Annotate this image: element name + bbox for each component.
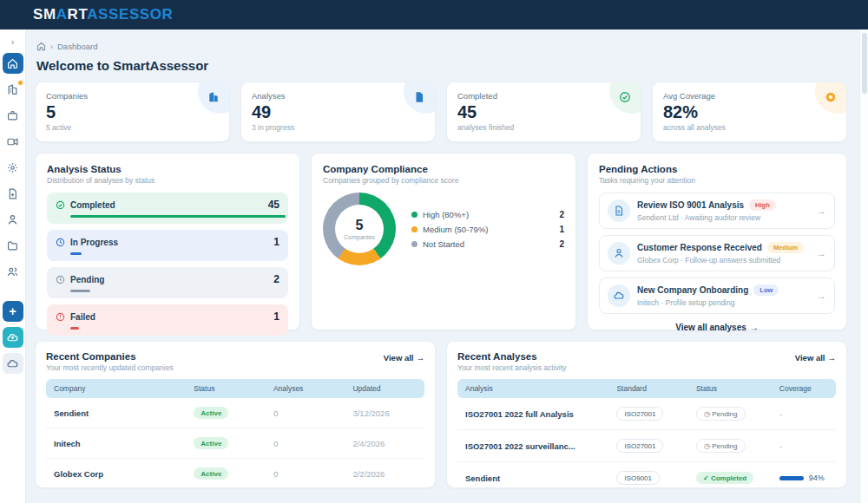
view-all-analyses-link[interactable]: View all→: [795, 353, 836, 363]
legend-label: Not Started: [423, 239, 554, 249]
panel-subtitle: Distribution of analyses by status: [47, 176, 288, 185]
scrollbar[interactable]: [859, 29, 868, 503]
analyses-count: 0: [266, 428, 345, 459]
column-header[interactable]: Company: [46, 379, 186, 398]
stat-card-completed[interactable]: Completed 45 analyses finished: [446, 82, 641, 142]
column-header[interactable]: Analysis: [457, 379, 608, 398]
sidebar-item-profile[interactable]: [3, 209, 23, 230]
status-label: Completed: [70, 200, 263, 210]
recent-analyses-card: Recent Analyses Your most recent analysi…: [446, 341, 847, 488]
cloud-upload-button[interactable]: [3, 327, 23, 348]
legend-item-medium: Medium (50-79%) 1: [411, 225, 564, 234]
app-logo: SMARTASSESSOR: [33, 6, 173, 23]
updated-date: 2/4/2026: [345, 428, 424, 459]
status-count: 45: [268, 199, 279, 211]
column-header[interactable]: Status: [688, 379, 772, 398]
stat-label: Avg Coverage: [663, 91, 836, 101]
link-label: View all: [384, 353, 414, 363]
add-new-button[interactable]: +: [3, 301, 23, 322]
arrow-right-icon: →: [817, 206, 826, 216]
legend-value: 2: [559, 239, 564, 249]
sidebar-item-files[interactable]: [3, 235, 23, 256]
status-label: Pending: [712, 442, 737, 450]
panel-subtitle: Your most recent analysis activity: [457, 363, 566, 372]
sidebar-item-briefcase[interactable]: [3, 105, 23, 126]
table-row[interactable]: Sendient Active 0 3/12/2026: [46, 398, 424, 428]
view-all-companies-link[interactable]: View all→: [384, 353, 424, 363]
sidebar-item-settings[interactable]: [3, 157, 23, 178]
column-header[interactable]: Coverage: [772, 379, 836, 398]
analysis-name: ISO27001 2022 full Analysis: [457, 398, 608, 430]
panel-subtitle: Your most recently updated companies: [46, 363, 174, 372]
status-row-pending[interactable]: Pending 2: [47, 267, 288, 298]
column-header[interactable]: Standard: [608, 379, 688, 398]
arrow-right-icon: →: [828, 353, 837, 363]
sidebar-collapse-toggle[interactable]: ›: [11, 35, 15, 50]
donut-center-value: 5: [356, 219, 364, 232]
top-header-bar: SMARTASSESSOR: [0, 0, 868, 29]
home-icon[interactable]: [36, 42, 46, 51]
action-subtitle: Sendient Ltd · Awaiting auditor review: [637, 213, 810, 222]
status-row-failed[interactable]: Failed 1: [47, 304, 288, 336]
updated-date: 3/12/2026: [345, 398, 424, 428]
sidebar-item-companies[interactable]: [3, 79, 23, 100]
coverage-value: 94%: [809, 474, 825, 482]
document-icon: [7, 188, 18, 199]
panel-title: Recent Analyses: [457, 351, 566, 362]
stat-value: 45: [457, 102, 630, 121]
action-title: Review ISO 9001 Analysis: [637, 200, 744, 210]
sidebar-item-documents[interactable]: [3, 183, 23, 204]
legend-dot-green: [411, 212, 418, 218]
pending-action-item[interactable]: New Company Onboarding Low Initech · Pro…: [599, 278, 835, 314]
table-row[interactable]: Initech Active 0 2/4/2026: [46, 428, 424, 459]
cloud-export-button[interactable]: [3, 353, 23, 374]
legend-item-not-started: Not Started 2: [411, 239, 564, 249]
status-row-completed[interactable]: Completed 45: [47, 193, 288, 224]
panel-subtitle: Companies grouped by compliance score: [323, 176, 564, 185]
column-header[interactable]: Status: [186, 379, 266, 398]
priority-badge: Low: [753, 284, 779, 296]
stat-card-avg-coverage[interactable]: Avg Coverage 82% across all analyses: [652, 82, 847, 142]
analysis-status-panel: Analysis Status Distribution of analyses…: [35, 153, 300, 330]
legend-value: 2: [559, 210, 564, 219]
table-row[interactable]: Sendient ISO9001 ✓ Completed 94%: [457, 462, 836, 489]
status-count: 1: [273, 310, 279, 323]
company-name: Globex Corp: [46, 459, 186, 489]
link-label: View all analyses: [675, 323, 746, 332]
stat-card-companies[interactable]: Companies 5 5 active: [35, 82, 230, 142]
recent-companies-table: Company Status Analyses Updated Sendient…: [46, 379, 424, 488]
panel-title: Company Compliance: [323, 164, 564, 174]
table-row[interactable]: ISO27001 2022 full Analysis ISO27001 ◷ P…: [457, 398, 836, 430]
sidebar-item-home[interactable]: [3, 53, 23, 74]
folder-icon: [7, 240, 18, 252]
breadcrumb-page[interactable]: Dashboard: [57, 42, 97, 51]
sidebar-item-team[interactable]: [3, 261, 23, 282]
scrollbar-thumb[interactable]: [862, 33, 867, 94]
column-header[interactable]: Updated: [345, 379, 424, 398]
stat-card-analyses[interactable]: Analyses 49 3 in progress: [240, 82, 436, 142]
status-progress-bar: [70, 252, 82, 255]
pending-action-item[interactable]: Review ISO 9001 Analysis High Sendient L…: [599, 193, 835, 229]
bottom-row: Recent Companies Your most recently upda…: [35, 341, 847, 488]
briefcase-icon: [7, 110, 18, 121]
status-progress-bar: [70, 215, 286, 218]
action-title: Customer Response Received: [637, 243, 762, 252]
action-title: New Company Onboarding: [637, 285, 748, 295]
logo-part: ASSESSOR: [87, 6, 173, 23]
status-row-in-progress[interactable]: In Progress 1: [47, 230, 288, 261]
view-all-analyses-link[interactable]: View all analyses→: [599, 323, 835, 332]
page-title: Welcome to SmartAssessor: [36, 58, 847, 73]
status-badge: ◷ Pending: [696, 439, 746, 453]
stat-subtitle: analyses finished: [457, 123, 630, 132]
column-header[interactable]: Analyses: [266, 379, 345, 398]
table-row[interactable]: ISO27001 2022 surveillanc... ISO27001 ◷ …: [457, 430, 836, 462]
updated-date: 2/2/2026: [345, 459, 424, 489]
pending-action-item[interactable]: Customer Response Received Medium Globex…: [599, 235, 835, 271]
sidebar-item-recordings[interactable]: [3, 131, 23, 152]
analyses-count: 0: [266, 459, 345, 489]
arrow-right-icon: →: [817, 291, 826, 301]
status-label: Failed: [70, 312, 268, 322]
breadcrumb: › Dashboard: [36, 42, 847, 51]
table-row[interactable]: Globex Corp Active 0 2/2/2026: [46, 459, 424, 489]
document-icon: [614, 206, 624, 216]
